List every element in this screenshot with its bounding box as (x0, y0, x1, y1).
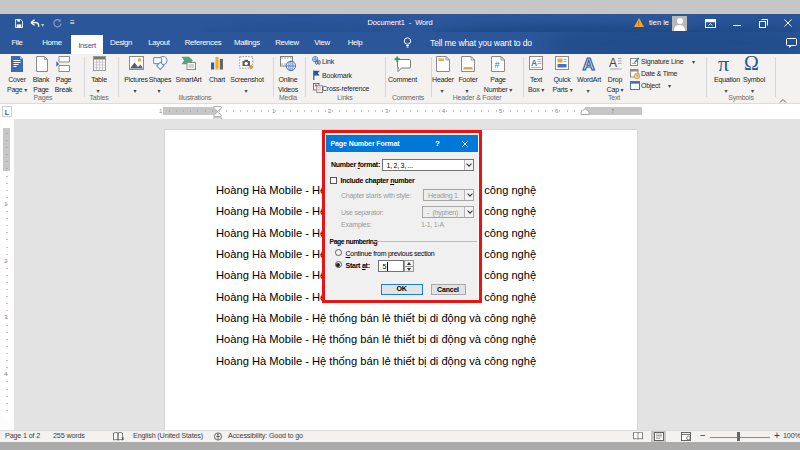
svg-text:#: # (495, 60, 500, 70)
svg-text:A: A (582, 55, 594, 71)
svg-text:A: A (531, 58, 537, 68)
svg-text:A: A (609, 56, 617, 70)
